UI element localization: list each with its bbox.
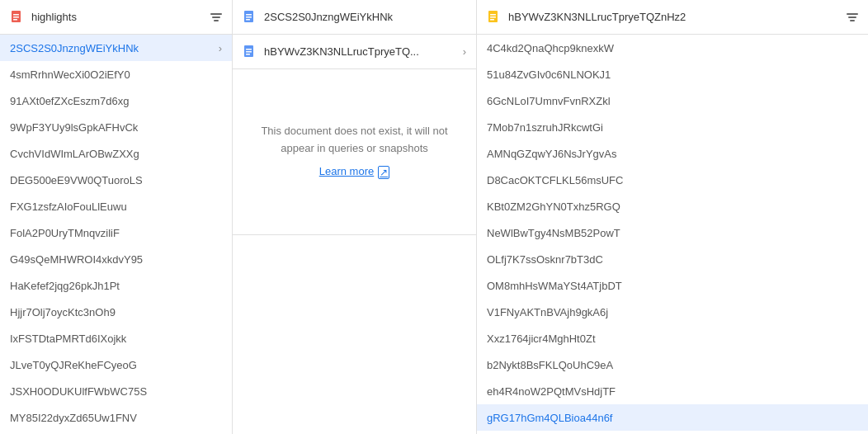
panel-3-title: hBYWvZ3KN3NLLrucTpryeTQZnHz2	[508, 11, 840, 23]
list-item[interactable]: gRG17hGm4QLBioa44n6f	[477, 404, 868, 431]
panel-1-filter-icon[interactable]	[210, 13, 222, 21]
panel-2-top-doc-icon	[243, 10, 257, 25]
svg-rect-14	[490, 17, 496, 18]
list-item[interactable]: V1FNyAKTnBVAjh9gkA6j	[477, 299, 868, 325]
list-item[interactable]: 4smRrhnWecXi0O2iEfY0	[0, 61, 232, 87]
list-item[interactable]: FXG1zsfzAIoFouLlEuwu	[0, 193, 232, 219]
panel-3-header: hBYWvZ3KN3NLLrucTpryeTQZnHz2	[477, 0, 868, 35]
svg-rect-1	[13, 14, 19, 16]
svg-rect-13	[490, 14, 496, 16]
list-item[interactable]: 7Mob7n1szruhJRkcwtGi	[477, 114, 868, 140]
panel-2-sub-section: hBYWvZ3KN3NLLrucTpryeTQ... › This docume…	[233, 35, 476, 235]
panel-2-spacer	[233, 235, 476, 434]
panel-3-doc-icon	[487, 10, 502, 25]
list-item[interactable]: NeWlBwTgy4NsMB52PowT	[477, 219, 868, 246]
list-item[interactable]: DEG500eE9VW0QTuoroLS	[0, 167, 232, 193]
list-item[interactable]: JSXH0ODUKUlfFWbWC75S	[0, 378, 232, 404]
panel-3-filter-icon[interactable]	[847, 13, 858, 21]
external-link-icon: ↗	[378, 166, 389, 179]
list-item[interactable]: MY85I22dyxZd65Uw1FNV	[0, 404, 232, 431]
panel-2-sub-title: hBYWvZ3KN3NLLrucTpryeTQ...	[264, 45, 460, 58]
list-item[interactable]: JLveT0yQJReKheFCyeoG	[0, 351, 232, 378]
list-item[interactable]: KBt0ZM2GhYN0Txhz5RGQ	[477, 193, 868, 219]
svg-rect-11	[246, 54, 250, 55]
list-item[interactable]: D8CacOKTCFLKL56msUFC	[477, 167, 868, 193]
list-item[interactable]: OM8mhHsWMaYSt4ATjbDT	[477, 272, 868, 299]
panel-1: highlights 2SCS2S0JnzngWEiYkHNk › 4smRrh…	[0, 0, 233, 434]
list-item-text: 2SCS2S0JnzngWEiYkHNk	[10, 42, 215, 54]
panel-3: hBYWvZ3KN3NLLrucTpryeTQZnHz2 4C4kd2QnaQh…	[477, 0, 868, 434]
list-item[interactable]: Xxz1764jicr4MghHt0Zt	[477, 325, 868, 351]
list-item[interactable]: CvchVIdWImLArOBwZXXg	[0, 140, 232, 167]
learn-more-label: Learn more	[319, 163, 374, 181]
svg-rect-10	[246, 51, 252, 53]
list-item[interactable]: 6GcNLoI7UmnvFvnRXZkl	[477, 87, 868, 114]
list-item[interactable]: eh4R4noW2PQtMVsHdjTF	[477, 378, 868, 404]
panels-container: highlights 2SCS2S0JnzngWEiYkHNk › 4smRrh…	[0, 0, 868, 434]
list-item[interactable]: G49sQeMHWROI4xkdvY95	[0, 246, 232, 272]
chevron-right-icon-2: ›	[463, 45, 466, 58]
list-item[interactable]: b2Nykt8BsFKLQoUhC9eA	[477, 351, 868, 378]
panel-1-title: highlights	[31, 11, 204, 23]
svg-rect-6	[246, 17, 252, 18]
panel-2: 2SCS2S0JnzngWEiYkHNk hBYWvZ3KN3NLLrucTpr…	[233, 0, 477, 434]
list-item[interactable]: HaKefef2jqg26pkJh1Pt	[0, 272, 232, 299]
chevron-right-icon: ›	[219, 42, 222, 54]
list-item[interactable]: OLfj7K7ssOsknr7bT3dC	[477, 246, 868, 272]
svg-rect-2	[13, 17, 19, 18]
panel-2-empty-state: This document does not exist, it will no…	[233, 69, 476, 234]
list-item[interactable]: FolA2P0UryTMnqvziliF	[0, 219, 232, 246]
panel-2-sub-header: hBYWvZ3KN3NLLrucTpryeTQ... ›	[233, 35, 476, 69]
list-item[interactable]: 2SCS2S0JnzngWEiYkHNk ›	[0, 35, 232, 61]
svg-rect-9	[246, 49, 252, 50]
list-item[interactable]: 4C4kd2QnaQhcp9knexkW	[477, 35, 868, 61]
list-item[interactable]: 9WpF3YUy9lsGpkAFHvCk	[0, 114, 232, 140]
panel-1-list: 2SCS2S0JnzngWEiYkHNk › 4smRrhnWecXi0O2iE…	[0, 35, 232, 434]
panel-3-list: 4C4kd2QnaQhcp9knexkW 51u84ZvGIv0c6NLNOKJ…	[477, 35, 868, 434]
panel-2-sub-doc-icon	[243, 45, 257, 59]
list-item[interactable]: 51u84ZvGIv0c6NLNOKJ1	[477, 61, 868, 87]
list-item[interactable]: IxFSTDtaPMRTd6IXojkk	[0, 325, 232, 351]
list-item[interactable]: 91AXt0efZXcEszm7d6xg	[0, 87, 232, 114]
svg-rect-15	[490, 19, 494, 21]
list-item[interactable]: Hjjr7Olj7oycKtc3nOh9	[0, 299, 232, 325]
panel-1-doc-icon	[10, 10, 25, 25]
svg-rect-5	[246, 14, 252, 16]
svg-rect-3	[13, 19, 17, 21]
panel-2-top-header: 2SCS2S0JnzngWEiYkHNk	[233, 0, 476, 35]
list-item[interactable]: AMNqGZqwYJ6NsJrYgvAs	[477, 140, 868, 167]
panel-1-header: highlights	[0, 0, 232, 35]
learn-more-link[interactable]: Learn more ↗	[319, 163, 389, 181]
empty-state-text: This document does not exist, it will no…	[261, 123, 447, 158]
panel-2-top-title: 2SCS2S0JnzngWEiYkHNk	[264, 11, 466, 23]
svg-rect-7	[246, 19, 250, 21]
